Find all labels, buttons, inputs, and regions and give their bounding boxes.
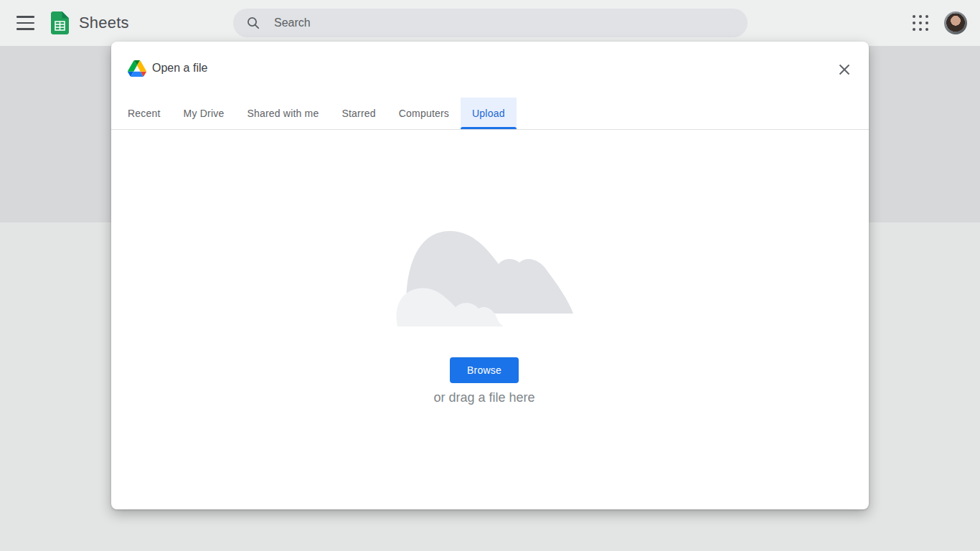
top-app-bar: Sheets Search bbox=[0, 0, 980, 46]
tab-starred[interactable]: Starred bbox=[330, 98, 387, 129]
google-apps-icon[interactable] bbox=[911, 14, 930, 32]
search-placeholder: Search bbox=[274, 17, 311, 29]
close-icon[interactable] bbox=[834, 60, 854, 80]
tab-recent[interactable]: Recent bbox=[116, 98, 172, 129]
app-title[interactable]: Sheets bbox=[79, 13, 129, 33]
tab-computers[interactable]: Computers bbox=[387, 98, 461, 129]
cloud-upload-illustration bbox=[394, 230, 575, 328]
search-input[interactable]: Search bbox=[233, 9, 748, 37]
dialog-header: Open a file bbox=[111, 42, 869, 98]
open-file-dialog: Open a file RecentMy DriveShared with me… bbox=[111, 42, 869, 509]
tab-upload[interactable]: Upload bbox=[461, 98, 517, 129]
google-drive-icon bbox=[128, 60, 146, 77]
browse-button[interactable]: Browse bbox=[450, 357, 519, 383]
dialog-tabs: RecentMy DriveShared with meStarredCompu… bbox=[116, 98, 517, 129]
account-avatar[interactable] bbox=[944, 11, 967, 34]
dialog-title: Open a file bbox=[152, 62, 207, 75]
upload-panel: Browse or drag a file here bbox=[111, 130, 857, 405]
tab-shared-with-me[interactable]: Shared with me bbox=[235, 98, 330, 129]
search-icon bbox=[247, 17, 260, 29]
tab-my-drive[interactable]: My Drive bbox=[172, 98, 236, 129]
sheets-logo-icon[interactable] bbox=[51, 11, 69, 34]
main-menu-icon[interactable] bbox=[17, 15, 34, 31]
drag-file-hint: or drag a file here bbox=[111, 390, 857, 405]
